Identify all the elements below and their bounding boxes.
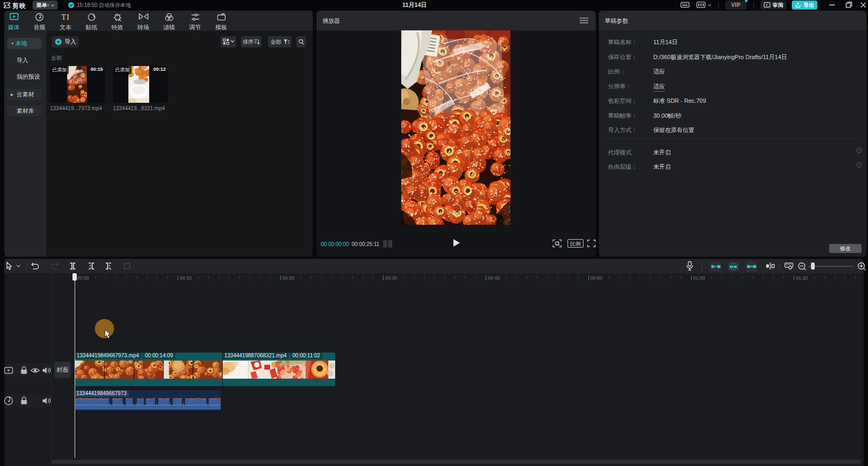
svg-text:00:50: 00:50 <box>590 275 603 281</box>
svg-text:00:20: 00:20 <box>282 275 295 281</box>
svg-text:00:40: 00:40 <box>488 275 500 281</box>
svg-text:00:00: 00:00 <box>77 275 90 281</box>
svg-text:?: ? <box>858 149 861 152</box>
svg-text:01:10: 01:10 <box>796 275 808 281</box>
svg-text:?: ? <box>858 163 861 167</box>
svg-text:00:10: 00:10 <box>180 275 192 281</box>
svg-text:01:00: 01:00 <box>693 275 705 281</box>
svg-text:00:30: 00:30 <box>385 275 398 281</box>
